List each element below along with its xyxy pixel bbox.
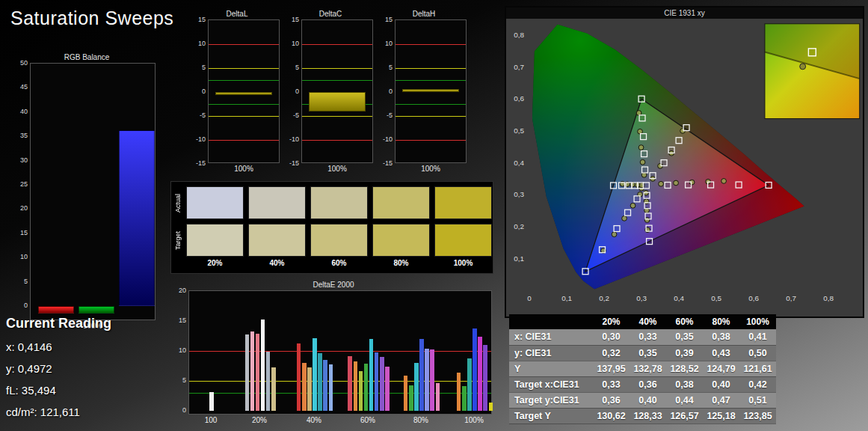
table-row-label: y: CIE31 (509, 345, 593, 361)
delta-e-chart: DeltaE 2000 05101520 10020%40%60%80%100% (170, 280, 496, 427)
swatch-target-100% (434, 224, 492, 257)
delta-y-tick: 0 (389, 88, 393, 95)
cie-x-tick: 0,6 (748, 294, 759, 302)
table-row: Target y:CIE310,360,400,440,470,51 (509, 392, 776, 408)
table-cell: 0,40 (630, 392, 666, 408)
delta-e-x-label: 100 (194, 416, 227, 424)
cie-x-tick: 0 (527, 294, 532, 302)
table-cell: 132,78 (630, 361, 666, 376)
measurement-point (612, 232, 617, 237)
table-header-cell: 40% (630, 314, 666, 329)
rgb-balance-y-axis: 50454035302520151050 (15, 63, 30, 320)
threshold-line (209, 140, 279, 141)
table-cell: 126,57 (666, 408, 703, 424)
current-reading-cdm2: cd/m²: 121,611 (6, 406, 111, 418)
delta-e-bar (359, 371, 363, 411)
delta-e-bar (375, 352, 379, 411)
cie-x-tick: 0,3 (636, 294, 647, 302)
rgb-balance-chart: RGB Balance 50454035302520151050 100% (15, 52, 158, 330)
threshold-line (302, 44, 372, 45)
delta-e-x-label: 40% (298, 416, 330, 424)
table-header-cell: 20% (593, 314, 630, 329)
current-reading-x: x: 0,4146 (6, 340, 111, 353)
delta-e-bar (478, 337, 482, 411)
delta-y-tick: 5 (389, 64, 393, 71)
actual-target-swatches: Actual Target 20%40%60%80%100% (170, 181, 493, 274)
delta-y-tick: -10 (383, 136, 393, 143)
delta-value-bar (215, 92, 272, 95)
rgb-y-tick: 50 (20, 60, 28, 67)
delta-e-bar (297, 343, 301, 411)
table-row-label: Target Y (509, 408, 593, 424)
delta-e-bar (462, 386, 467, 411)
cie-y-tick: 0,1 (514, 254, 524, 263)
threshold-line (302, 140, 372, 141)
cie-x-tick: 0,2 (599, 294, 609, 302)
delta-e-bar (250, 331, 255, 411)
threshold-line (302, 80, 372, 81)
swatch-actual-100% (434, 186, 492, 219)
cie-y-tick: 0,2 (514, 222, 524, 230)
delta-e-bar (414, 363, 419, 411)
delta-e-bar (348, 356, 352, 411)
cie-diagram: 00,10,20,30,40,50,60,70,80,80,70,60,50,4… (505, 6, 864, 318)
table-cell: 0,47 (703, 392, 739, 408)
cie-x-tick: 0,5 (711, 294, 721, 302)
delta-e-title: DeltaE 2000 (170, 280, 496, 290)
delta-e-x-label: 60% (351, 416, 384, 424)
delta-y-tick: 0 (202, 88, 206, 95)
table-row: Target x:CIE310,330,360,380,400,42 (509, 376, 776, 392)
delta-y-tick: -15 (289, 160, 299, 167)
delta-e-bar (404, 376, 408, 411)
table-header-cell (509, 314, 593, 329)
measurement-point (638, 145, 644, 150)
delta-e-bar (302, 363, 307, 411)
table-cell: 0,35 (666, 329, 703, 345)
current-reading-fl: fL: 35,494 (6, 384, 111, 397)
threshold-line (302, 116, 372, 117)
swatch-target-40% (248, 224, 306, 257)
measurement-point (721, 179, 727, 184)
table-cell: 0,35 (630, 345, 666, 361)
table-cell: 0,36 (593, 392, 630, 408)
swatch-target-20% (186, 224, 244, 257)
cie-x-tick: 0,1 (561, 294, 572, 302)
calibration-dashboard: Saturation Sweeps RGB Balance 5045403530… (0, 0, 868, 431)
measurement-point (630, 203, 635, 208)
delta-e-bar (430, 349, 434, 411)
table-row: Y137,95132,78128,52124,79121,61 (509, 361, 776, 376)
delta-e-bar (354, 361, 358, 411)
delta-e-bar (266, 352, 271, 411)
table-cell: 123,85 (739, 408, 776, 424)
measurement-table: 20%40%60%80%100%x: CIE310,300,330,350,38… (509, 314, 776, 424)
table-row: y: CIE310,320,350,390,430,50 (509, 345, 776, 361)
table-cell: 128,33 (630, 408, 666, 424)
rgb-y-tick: 10 (20, 254, 28, 260)
delta-e-bar (209, 392, 214, 411)
table-header-cell: 80% (703, 314, 739, 329)
current-reading: Current Reading x: 0,4146 y: 0,4972 fL: … (6, 316, 111, 427)
delta-y-tick: 10 (292, 40, 299, 47)
swatch-col-label: 80% (372, 259, 430, 267)
delta-e-x-axis: 10020%40%60%80%100% (188, 415, 492, 427)
delta-y-tick: 15 (198, 16, 206, 23)
table-cell: 0,38 (703, 329, 739, 345)
delta-e-bar (329, 364, 333, 411)
rgb-y-tick: 45 (20, 84, 28, 91)
cie-y-tick: 0,7 (514, 63, 524, 71)
swatch-actual-80% (372, 186, 430, 219)
swatch-col-label: 40% (248, 259, 306, 267)
swatch-col-label: 20% (186, 259, 244, 267)
delta-e-y-tick: 0 (182, 407, 186, 414)
delta-h-chart: DeltaH 151050-5-10-15 100% (378, 9, 470, 173)
table-cell: 0,50 (739, 345, 776, 361)
rgb-y-tick: 0 (24, 302, 28, 309)
threshold-line (302, 68, 372, 69)
threshold-line (209, 68, 279, 69)
delta-e-bar (364, 364, 369, 411)
delta-e-bar (261, 320, 265, 411)
rgb-y-tick: 20 (20, 205, 28, 212)
delta-c-chart: DeltaC 151050-5-10-15 100% (285, 9, 376, 173)
table-cell: 137,95 (593, 361, 630, 376)
delta-e-bar (318, 353, 322, 411)
